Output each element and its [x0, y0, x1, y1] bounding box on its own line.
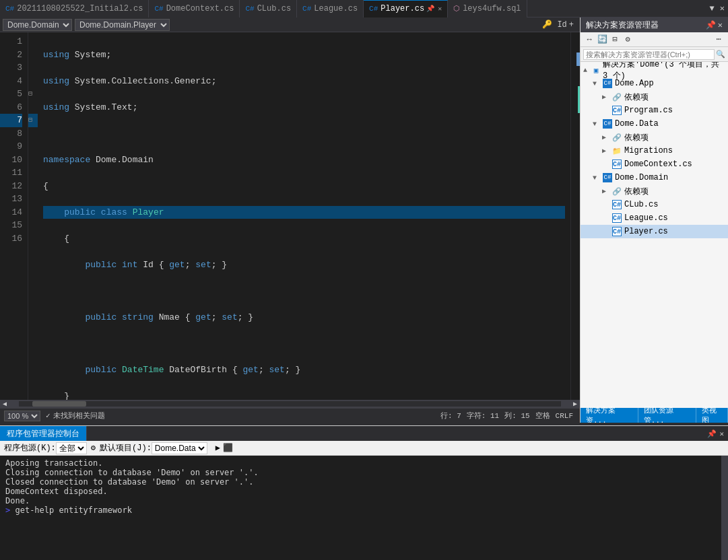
zoom-select[interactable]: 100 %: [4, 411, 40, 421]
space-indicator: 空格: [535, 411, 550, 421]
default-select[interactable]: Dome.Data: [152, 442, 207, 454]
se-close-button[interactable]: ✕: [718, 20, 723, 30]
default-label: 默认项目(J):: [100, 442, 152, 454]
add-button[interactable]: +: [567, 20, 576, 30]
se-item-dome-domain[interactable]: ▼ C# Dome.Domain: [581, 171, 728, 184]
tab-league[interactable]: C# League.cs: [297, 0, 364, 18]
col-indicator: 列: 15: [504, 411, 529, 421]
expand-icon: ▶: [602, 187, 611, 195]
tab-sql[interactable]: ⬡ leys4ufw.sql: [448, 0, 527, 18]
cs-file-icon: C#: [611, 105, 622, 116]
tab-domecontext[interactable]: C# DomeContext.cs: [149, 0, 240, 18]
line-numbers: 1 2 3 4 5 6 7 8 9 10 11 12 13 14: [0, 32, 28, 400]
deps-icon: 🔗: [611, 132, 622, 143]
se-label: CLub.cs: [624, 200, 658, 209]
se-item-club-cs[interactable]: C# CLub.cs: [581, 198, 728, 211]
tab-player[interactable]: C# Player.cs 📌 ✕: [364, 0, 448, 18]
tab-label: League.cs: [314, 4, 358, 13]
folder-icon: 📁: [611, 145, 622, 156]
run-icon[interactable]: ▶: [216, 443, 220, 453]
se-label: 依赖项: [624, 92, 649, 103]
se-item-dome-domain-deps[interactable]: ▶ 🔗 依赖项: [581, 184, 728, 198]
zoom-bar: 100 % ✓ 未找到相关问题 行: 7 字符: 11 列: 15 空格 CRL…: [0, 408, 580, 423]
se-item-player-cs[interactable]: C# Player.cs: [581, 225, 728, 238]
console-line: Closing connection to database 'Demo' on…: [5, 468, 716, 477]
console-line: Done.: [5, 496, 716, 505]
tab-overflow-button[interactable]: ▼: [708, 4, 717, 13]
code-editor[interactable]: using System; using System.Collections.G…: [38, 32, 570, 400]
horizontal-scrollbar[interactable]: ◀ ▶: [0, 400, 580, 408]
se-search-input[interactable]: [583, 49, 715, 60]
expand-icon: ▶: [602, 147, 611, 155]
close-tab-button[interactable]: ✕: [438, 5, 442, 13]
char-indicator: 字符: 11: [467, 411, 499, 421]
se-collapse-button[interactable]: ⊟: [609, 34, 621, 46]
row-indicator: 行: 7: [440, 411, 461, 421]
vertical-scrollbar[interactable]: [570, 32, 580, 400]
se-overflow-button[interactable]: ⋯: [713, 34, 725, 46]
se-item-dome-data-deps[interactable]: ▶ 🔗 依赖项: [581, 131, 728, 144]
solution-explorer: 解决方案资源管理器 📌 ✕ ↔ 🔄 ⊟ ⚙ ⋯ 🔍: [580, 18, 728, 423]
tab-nuget-console[interactable]: 程序包管理器控制台: [0, 426, 87, 441]
clear-icon[interactable]: ⬛: [223, 443, 233, 453]
error-status: 未找到相关问题: [53, 411, 105, 421]
proj-icon: C#: [602, 78, 613, 89]
nav-bar: Dome.Domain Dome.Domain.Player 🔑 Id +: [0, 18, 580, 32]
cs-file-icon: C#: [611, 199, 622, 210]
cs-icon: C#: [369, 5, 378, 13]
se-label: League.cs: [624, 213, 668, 223]
cs-file-icon: C#: [611, 213, 622, 223]
se-label: DomeContext.cs: [624, 160, 692, 169]
tab-initial2[interactable]: C# 20211108025522_Initial2.cs: [0, 0, 149, 18]
console-output[interactable]: Aposing transaction. Closing connection …: [0, 456, 721, 560]
class-dropdown[interactable]: Dome.Domain.Player: [75, 19, 170, 31]
se-toolbar: ↔ 🔄 ⊟ ⚙ ⋯: [581, 32, 728, 47]
expand-icon: ▲: [583, 67, 591, 74]
cs-icon: C#: [302, 5, 311, 13]
se-props-button[interactable]: ⚙: [622, 34, 634, 46]
se-search-bar: 🔍: [581, 47, 728, 62]
bottom-close-button[interactable]: ✕: [719, 429, 724, 438]
bottom-toolbar: 程序包源(K): 全部 ⚙ 默认项目(J): Dome.Data ▶ ⬛: [0, 441, 728, 456]
deps-icon: 🔗: [611, 92, 622, 102]
bottom-panel: 程序包管理器控制台 📌 ✕ 程序包源(K): 全部 ⚙ 默认项目(J): Dom…: [0, 425, 728, 560]
expand-icon: ▶: [602, 133, 611, 141]
deps-icon: 🔗: [611, 186, 622, 197]
gear-icon[interactable]: ⚙: [91, 443, 96, 453]
sql-icon: ⬡: [453, 4, 460, 13]
expand-icon: ▼: [593, 174, 602, 182]
tab-bar: C# 20211108025522_Initial2.cs C# DomeCon…: [0, 0, 728, 18]
se-tab-class[interactable]: 类视图: [696, 408, 728, 423]
se-tab-team[interactable]: 团队资源管...: [638, 408, 696, 423]
se-item-program-cs[interactable]: C# Program.cs: [581, 104, 728, 117]
source-select[interactable]: 全部: [56, 442, 87, 454]
se-item-dome-app-deps[interactable]: ▶ 🔗 依赖项: [581, 90, 728, 104]
tab-label: 程序包管理器控制台: [7, 428, 79, 440]
proj-icon: C#: [602, 118, 613, 129]
se-label: Player.cs: [624, 227, 668, 236]
bottom-pin-button[interactable]: 📌: [707, 429, 717, 438]
se-solution-root[interactable]: ▲ ▣ 解决方案'Dome'(3 个项目，共 3 个): [581, 63, 728, 77]
se-item-migrations[interactable]: ▶ 📁 Migrations: [581, 144, 728, 158]
tab-club[interactable]: C# CLub.cs: [240, 0, 297, 18]
console-line: Closed connection to database 'Demo' on …: [5, 477, 716, 487]
se-label: 依赖项: [624, 132, 649, 143]
se-tab-solution[interactable]: 解决方案资...: [581, 408, 638, 423]
se-item-dome-data[interactable]: ▼ C# Dome.Data: [581, 117, 728, 131]
se-sync-button[interactable]: ↔: [583, 34, 595, 46]
namespace-dropdown[interactable]: Dome.Domain: [3, 19, 72, 31]
expand-icon: ▶: [602, 93, 611, 101]
new-tab-button[interactable]: ✕: [718, 3, 727, 13]
se-header: 解决方案资源管理器 📌 ✕: [581, 18, 728, 32]
solution-icon: ▣: [591, 65, 601, 75]
se-pin-button[interactable]: 📌: [706, 20, 716, 30]
source-label: 程序包源(K):: [4, 442, 56, 454]
proj-icon: C#: [602, 172, 613, 183]
se-refresh-button[interactable]: 🔄: [596, 34, 608, 46]
se-search-icon: 🔍: [716, 50, 725, 59]
console-line: Aposing transaction.: [5, 458, 716, 468]
se-tree: ▲ ▣ 解决方案'Dome'(3 个项目，共 3 个) ▼ C# Dome.Ap…: [581, 62, 728, 408]
se-item-league-cs[interactable]: C# League.cs: [581, 211, 728, 225]
console-scrollbar[interactable]: [721, 456, 728, 560]
se-item-domecontext-cs[interactable]: C# DomeContext.cs: [581, 158, 728, 171]
